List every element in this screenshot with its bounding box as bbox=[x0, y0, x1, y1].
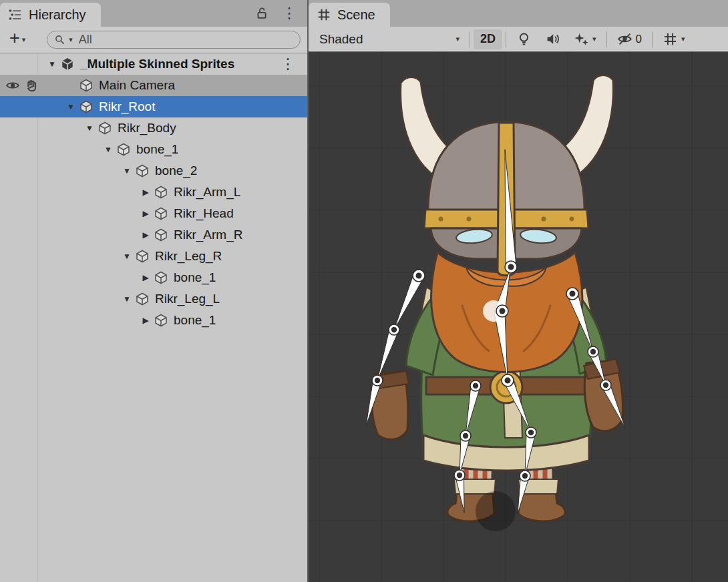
gameobject-cube-icon bbox=[135, 164, 150, 178]
plus-icon: + bbox=[9, 29, 20, 47]
scene-effects-button[interactable]: ▾ bbox=[567, 29, 603, 49]
toolbar-separator bbox=[652, 31, 653, 47]
bone-joint bbox=[413, 270, 425, 282]
hidden-count: 0 bbox=[636, 33, 642, 46]
foldout-open-icon[interactable]: ▼ bbox=[63, 102, 79, 111]
gameobject-cube-icon bbox=[154, 185, 168, 200]
bone-joint bbox=[520, 471, 530, 481]
tab-hierarchy[interactable]: Hierarchy bbox=[0, 3, 101, 27]
scene-grid-icon bbox=[317, 7, 331, 22]
tree-row[interactable]: ▼ bone_1 bbox=[0, 139, 307, 160]
scene-visibility-button[interactable]: 0 bbox=[610, 29, 649, 49]
bone-joint bbox=[502, 374, 514, 386]
tree-row[interactable]: ▶ Rikr_Head bbox=[0, 203, 307, 224]
scene-canvas[interactable] bbox=[309, 52, 728, 582]
tree-row[interactable]: ▼ Rikr_Leg_R bbox=[0, 246, 307, 267]
hierarchy-tree[interactable]: ▼ _Multiple Skinned Sprites ⋮ bbox=[0, 53, 307, 582]
toolbar-separator bbox=[506, 31, 506, 47]
bone-joint bbox=[460, 430, 471, 441]
foldout-closed-icon[interactable]: ▶ bbox=[138, 316, 154, 325]
gameobject-cube-icon bbox=[98, 121, 112, 135]
shading-mode-dropdown[interactable]: Shaded ▾ bbox=[313, 29, 466, 49]
tree-row[interactable]: ▶ Rikr_Arm_L bbox=[0, 182, 307, 203]
tree-row-main-camera[interactable]: Main Camera bbox=[0, 75, 307, 96]
scene-lighting-button[interactable] bbox=[510, 29, 538, 49]
hierarchy-toolbar: + ▾ ▾ All bbox=[0, 27, 307, 53]
toggle-2d-label: 2D bbox=[480, 32, 496, 46]
tree-row-rikr-root[interactable]: ▼ Rikr_Root bbox=[0, 96, 307, 117]
scene-picking-hand-icon[interactable] bbox=[24, 78, 39, 93]
tree-row[interactable]: ▶ bone_1 bbox=[0, 310, 307, 331]
foldout-open-icon[interactable]: ▼ bbox=[100, 145, 116, 154]
scene-visibility-eye-icon[interactable] bbox=[5, 78, 20, 93]
foldout-open-icon[interactable]: ▼ bbox=[119, 294, 135, 304]
grid-settings-button[interactable]: ▾ bbox=[656, 29, 692, 49]
scene-audio-button[interactable] bbox=[538, 29, 567, 49]
tree-row[interactable]: ▼ Rikr_Body bbox=[0, 117, 307, 139]
lock-icon[interactable] bbox=[255, 7, 268, 20]
search-input[interactable]: ▾ All bbox=[47, 31, 301, 49]
bone-joint bbox=[470, 380, 481, 391]
foldout-open-icon[interactable]: ▼ bbox=[119, 252, 135, 261]
unity-editor-window: Hierarchy ⋮ + ▾ bbox=[0, 0, 728, 582]
bone-joint bbox=[454, 470, 465, 481]
scene-toolbar: Shaded ▾ 2D bbox=[309, 27, 728, 52]
bone-joint bbox=[372, 375, 383, 386]
hierarchy-tabbar: Hierarchy ⋮ bbox=[0, 0, 307, 27]
light-bulb-icon bbox=[516, 31, 532, 47]
tree-row[interactable]: ▼ Rikr_Leg_L bbox=[0, 288, 307, 310]
chevron-down-icon: ▾ bbox=[22, 36, 26, 43]
foldout-open-icon[interactable]: ▼ bbox=[44, 59, 60, 69]
tree-row[interactable]: ▶ bone_1 bbox=[0, 267, 307, 288]
toggle-2d-button[interactable]: 2D bbox=[474, 29, 502, 49]
scene-name-label: _Multiple Skinned Sprites bbox=[80, 57, 234, 71]
toolbar-separator bbox=[606, 31, 607, 47]
chevron-down-icon: ▾ bbox=[681, 35, 685, 43]
search-filter-chevron-icon: ▾ bbox=[69, 36, 73, 43]
scene-tabbar: Scene bbox=[309, 0, 728, 27]
effects-sparkle-icon bbox=[574, 31, 589, 47]
unity-scene-icon bbox=[60, 57, 75, 71]
toolbar-separator bbox=[470, 31, 470, 47]
scene-options-kebab-icon[interactable]: ⋮ bbox=[281, 55, 295, 73]
bone-joint bbox=[588, 346, 598, 357]
create-add-button[interactable]: + ▾ bbox=[5, 29, 29, 51]
bone-joint bbox=[566, 288, 578, 300]
gameobject-cube-icon bbox=[79, 78, 94, 93]
hierarchy-menu-kebab-icon[interactable]: ⋮ bbox=[282, 6, 297, 21]
hidden-eye-icon bbox=[617, 31, 632, 47]
foldout-closed-icon[interactable]: ▶ bbox=[138, 188, 154, 197]
chevron-down-icon: ▾ bbox=[456, 35, 460, 43]
scene-viewport[interactable] bbox=[309, 52, 728, 582]
chevron-down-icon: ▾ bbox=[592, 35, 596, 43]
character-shadow bbox=[476, 491, 516, 531]
gameobject-cube-icon bbox=[79, 99, 94, 114]
speaker-icon bbox=[545, 31, 560, 47]
hierarchy-list-icon bbox=[8, 7, 23, 22]
foldout-open-icon[interactable]: ▼ bbox=[119, 166, 135, 176]
scene-header-row[interactable]: ▼ _Multiple Skinned Sprites ⋮ bbox=[0, 53, 307, 75]
bone-joint bbox=[526, 427, 536, 438]
bone-joint bbox=[389, 324, 399, 335]
search-value: All bbox=[79, 33, 92, 47]
gameobject-cube-icon bbox=[154, 313, 168, 328]
hierarchy-panel: Hierarchy ⋮ + ▾ bbox=[0, 0, 307, 582]
scene-panel: Scene Shaded ▾ 2D bbox=[309, 0, 728, 582]
gameobject-cube-icon bbox=[154, 270, 168, 285]
foldout-closed-icon[interactable]: ▶ bbox=[138, 209, 154, 218]
gameobject-cube-icon bbox=[154, 228, 168, 242]
tree-row[interactable]: ▶ Rikr_Arm_R bbox=[0, 224, 307, 246]
tab-scene[interactable]: Scene bbox=[309, 3, 390, 27]
search-icon bbox=[54, 34, 66, 46]
gameobject-cube-icon bbox=[135, 292, 150, 306]
foldout-closed-icon[interactable]: ▶ bbox=[138, 230, 154, 240]
gameobject-cube-icon bbox=[116, 142, 131, 157]
foldout-open-icon[interactable]: ▼ bbox=[81, 123, 98, 133]
bone-joint bbox=[505, 261, 517, 273]
tree-row[interactable]: ▼ bone_2 bbox=[0, 160, 307, 182]
tab-scene-label: Scene bbox=[337, 7, 375, 23]
gameobject-cube-icon bbox=[135, 249, 150, 264]
bone-joint bbox=[600, 380, 611, 390]
foldout-closed-icon[interactable]: ▶ bbox=[138, 273, 154, 282]
shading-mode-value: Shaded bbox=[319, 32, 363, 47]
